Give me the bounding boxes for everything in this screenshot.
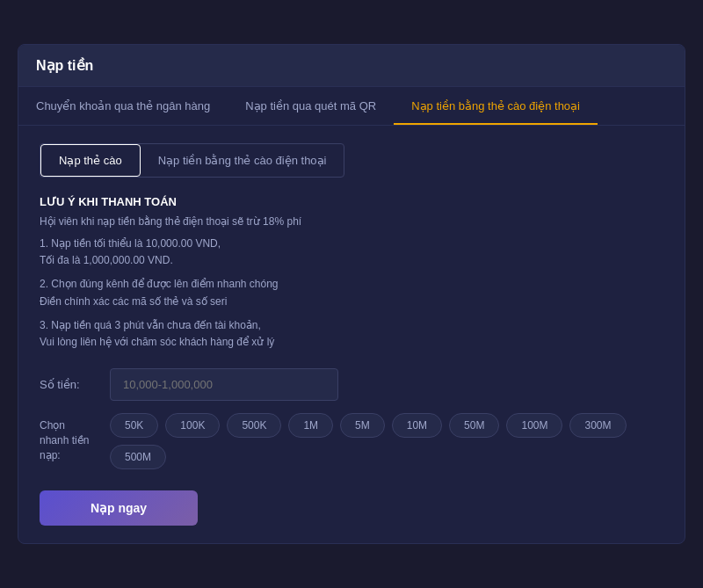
quick-btn-10m[interactable]: 10M — [392, 413, 442, 438]
tab-bank-transfer[interactable]: Chuyển khoản qua thẻ ngân hàng — [18, 87, 228, 125]
quick-btn-300m[interactable]: 300M — [569, 413, 626, 438]
modal-header: Nạp tiền — [18, 45, 685, 87]
sub-tabs: Nạp thẻ cào Nạp tiền bằng thẻ cào điện t… — [40, 143, 344, 178]
sub-tab-nap-the-cao[interactable]: Nạp thẻ cào — [40, 144, 141, 177]
submit-button[interactable]: Nạp ngay — [40, 490, 198, 526]
notice-section: LƯU Ý KHI THANH TOÁN Hội viên khi nạp ti… — [40, 195, 663, 351]
amount-label: Số tiền: — [40, 378, 101, 391]
modal-body: Nạp thẻ cào Nạp tiền bằng thẻ cào điện t… — [18, 126, 685, 543]
notice-title: LƯU Ý KHI THANH TOÁN — [40, 195, 663, 208]
submit-section: Nạp ngay — [40, 490, 663, 526]
quick-select-row: Chọnnhanh tiềnnạp: 50K 100K 500K 1M 5M 1… — [40, 413, 663, 469]
quick-select-label: Chọnnhanh tiềnnạp: — [40, 413, 101, 462]
quick-btn-100m[interactable]: 100M — [506, 413, 562, 438]
quick-btn-50m[interactable]: 50M — [449, 413, 499, 438]
tab-qr-code[interactable]: Nạp tiền qua quét mã QR — [228, 87, 394, 125]
quick-btn-500m[interactable]: 500M — [110, 445, 166, 469]
quick-buttons-wrap: 50K 100K 500K 1M 5M 10M 50M 100M 300M 50… — [110, 413, 663, 469]
amount-input[interactable] — [110, 368, 338, 401]
quick-btn-100k[interactable]: 100K — [165, 413, 220, 438]
quick-btn-500k[interactable]: 500K — [227, 413, 281, 438]
notice-item-1: 1. Nạp tiền tối thiểu là 10,000.00 VND,T… — [40, 236, 663, 269]
sub-tab-nap-the-dien-thoai[interactable]: Nạp tiền bằng thẻ cào điện thoại — [141, 144, 344, 177]
notice-item-3: 3. Nạp tiền quá 3 phút vẫn chưa đến tài … — [40, 317, 663, 351]
tab-phone-card[interactable]: Nạp tiền bằng thẻ cào điện thoại — [394, 87, 598, 125]
quick-btn-50k[interactable]: 50K — [110, 413, 158, 438]
notice-item-2: 2. Chọn đúng kênh để được lên điểm nhanh… — [40, 276, 663, 309]
amount-row: Số tiền: — [40, 368, 663, 401]
modal-title: Nạp tiền — [36, 58, 93, 73]
main-tabs: Chuyển khoản qua thẻ ngân hàng Nạp tiền … — [18, 87, 685, 126]
notice-subtitle: Hội viên khi nạp tiền bằng thẻ điện thoạ… — [40, 214, 663, 230]
quick-btn-5m[interactable]: 5M — [340, 413, 385, 438]
modal-container: Nạp tiền Chuyển khoản qua thẻ ngân hàng … — [18, 44, 685, 544]
quick-btn-1m[interactable]: 1M — [288, 413, 333, 438]
